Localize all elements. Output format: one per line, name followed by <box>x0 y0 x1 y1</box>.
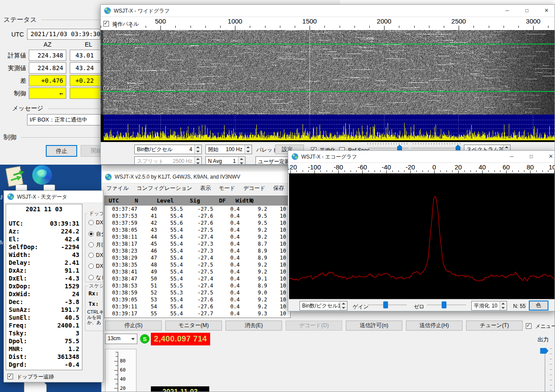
stop-rotor-button[interactable]: 停止 <box>46 145 77 157</box>
astro-titlebar[interactable]: WSJT-X - 天文データ <box>4 191 103 203</box>
echo-zero-slider[interactable] <box>427 301 466 309</box>
radio-icon[interactable] <box>89 231 94 237</box>
doppler-tracking-toggle[interactable]: ドップラー追跡 <box>7 372 54 381</box>
doppler-option[interactable]: DX <box>89 220 103 225</box>
table-row[interactable]: 03:39:17 55 55.4 -27.7 0.4 9.3 10 <box>105 310 290 317</box>
menu-item[interactable]: モード <box>215 183 239 193</box>
main-action-button[interactable]: 停止(S) <box>105 321 162 331</box>
output-slider-track[interactable] <box>545 348 545 392</box>
slider-handle[interactable] <box>442 301 446 308</box>
main-action-button[interactable]: 送信許可(n) <box>346 321 402 331</box>
table-row[interactable]: 03:39:11 54 55.4 -27.6 0.4 9.2 10 <box>105 303 290 310</box>
radio-icon[interactable] <box>89 253 94 258</box>
echograph-titlebar[interactable]: WSJT-X - エコーグラフ ─ □ ✕ <box>288 151 555 163</box>
output-slider-ticks <box>550 348 552 392</box>
waterfall[interactable]: 03:39 13cm 03:38 13cm <box>101 30 555 115</box>
table-row[interactable]: 03:38:53 51 55.5 -27.4 0.4 8.9 10 <box>105 282 290 289</box>
main-action-button[interactable]: モニター(M) <box>165 321 222 331</box>
radio-icon[interactable] <box>89 275 94 280</box>
color-button[interactable]: 色 <box>529 301 548 311</box>
cell-sig: -27.6 <box>190 296 221 303</box>
echo-axis-label: 20 <box>455 163 462 171</box>
main-action-button[interactable]: デコード(D) <box>286 321 342 331</box>
table-row[interactable]: 03:37:47 40 55.5 -27.5 0.4 9.2 10 <box>105 206 290 213</box>
menu-item[interactable]: デコード <box>239 183 269 193</box>
radio-icon[interactable] <box>89 264 94 269</box>
spinner-icon[interactable] <box>340 301 347 310</box>
menu-item[interactable]: 表示 <box>196 183 215 193</box>
decode-table[interactable]: UTCNLevelSigDFWidthQ 03:37:47 40 55.5 -2… <box>104 196 291 318</box>
meter-label: 40 <box>120 376 126 382</box>
doppler-option[interactable]: DX <box>89 252 103 258</box>
widegraph-titlebar[interactable]: WSJT-X - ワイドグラフ ─ □ ✕ <box>101 5 555 17</box>
minimize-button[interactable]: ─ <box>497 5 517 17</box>
echo-smooth-spinbox[interactable]: 平滑化10 <box>471 301 507 311</box>
status-row-label: 実測値 <box>0 62 27 74</box>
band-select[interactable]: 13cm <box>105 334 137 344</box>
doppler-option[interactable]: なし <box>89 274 103 280</box>
table-row[interactable]: 03:39:05 53 55.4 -27.6 0.4 9.2 10 <box>105 296 290 303</box>
cell-level: 55.4 <box>163 261 190 268</box>
maximize-button[interactable]: □ <box>517 5 537 17</box>
output-slider-handle[interactable] <box>540 348 548 354</box>
table-row[interactable]: 03:38:23 46 55.4 -27.3 0.4 8.9 10 <box>105 247 290 254</box>
main-action-button[interactable]: チューン(T) <box>466 321 523 331</box>
table-row[interactable]: 03:38:35 48 55.4 -27.5 0.4 9.2 10 <box>105 261 290 268</box>
slider-handle[interactable] <box>383 301 388 308</box>
spectrum-canvas[interactable] <box>101 115 555 142</box>
doppler-option[interactable]: DX <box>89 263 103 269</box>
table-header-cell: DF <box>209 196 235 206</box>
table-row[interactable]: 03:38:41 49 55.4 -27.5 0.4 9.2 10 <box>105 268 290 275</box>
echo-tick <box>327 170 327 172</box>
doppler-option[interactable]: 月面 <box>89 241 103 247</box>
astro-field: Tsky: 3 <box>9 329 79 337</box>
table-row[interactable]: 03:38:17 45 55.4 -27.3 0.4 8.7 10 <box>105 240 290 247</box>
cell-df: 0.4 <box>221 254 249 261</box>
scheduler-app-icon[interactable] <box>5 165 27 186</box>
spinner-icon[interactable] <box>194 157 201 165</box>
menu-toggle[interactable]: メニュー <box>526 322 555 330</box>
cell-df: 0.4 <box>221 268 249 275</box>
menu-checkbox[interactable] <box>526 323 531 329</box>
tx-label: Tx: <box>89 301 99 307</box>
radio-icon[interactable] <box>89 242 94 247</box>
menu-item[interactable]: 保存 <box>269 183 288 193</box>
table-row[interactable]: 03:38:29 47 55.4 -27.4 0.4 8.9 10 <box>105 254 290 261</box>
bins-per-pixel-spinbox[interactable]: Bin数/ピクセル4 <box>134 145 202 154</box>
echo-tick <box>536 170 537 172</box>
navg-spinbox[interactable]: N Avg1 <box>205 156 245 165</box>
astro-field-label: UTC: <box>9 220 24 227</box>
astro-window: WSJT-X - 天文データ 2021 11 03 UTC: 03:39:31 … <box>3 190 103 382</box>
maximize-button[interactable]: □ <box>521 151 541 162</box>
echo-bins-spinbox[interactable]: Bin数/ピクセル1 <box>300 301 347 311</box>
split-spinbox[interactable]: スプリット2500 Hz <box>134 156 202 165</box>
minimize-button[interactable]: ─ <box>502 151 521 162</box>
radio-icon[interactable] <box>89 220 94 225</box>
table-row[interactable]: 03:38:47 50 55.4 -27.4 0.4 9.1 10 <box>105 275 290 282</box>
menu-item[interactable]: ファイル <box>102 183 133 193</box>
start-freq-spinbox[interactable]: 開始100 Hz <box>205 145 252 154</box>
table-row[interactable]: 03:38:11 44 55.4 -27.4 0.4 9.2 10 <box>105 233 290 240</box>
spinner-icon[interactable] <box>500 301 507 310</box>
cell-width: 8.9 <box>249 282 276 289</box>
doppler-option-label: DX <box>96 220 103 226</box>
echo-gain-slider[interactable] <box>368 301 407 309</box>
zero-label: ゼロ <box>414 303 425 311</box>
spinner-icon[interactable] <box>238 157 245 165</box>
table-row[interactable]: 03:38:05 43 55.4 -27.5 0.4 9.2 10 <box>105 226 290 233</box>
table-row[interactable]: 03:37:59 42 55.6 -27.6 0.4 9.5 10 <box>105 220 290 226</box>
table-row[interactable]: 03:37:53 41 55.4 -27.6 0.4 9.5 10 <box>105 213 290 220</box>
main-action-button[interactable]: 送信停止(H) <box>406 321 463 331</box>
close-button[interactable]: ✕ <box>541 151 555 162</box>
waterfall-canvas[interactable] <box>101 30 555 115</box>
start-value: 100 Hz <box>226 146 242 152</box>
doppler-option[interactable]: 自分 <box>89 230 103 236</box>
main-action-button[interactable]: 消去(E) <box>225 321 282 331</box>
table-row[interactable]: 03:38:59 52 55.3 -27.5 0.4 9.0 10 <box>105 289 290 296</box>
doppler-tracking-checkbox[interactable] <box>7 374 13 379</box>
spinner-icon[interactable] <box>194 145 201 154</box>
menu-item[interactable]: コンフィグレーション <box>133 183 196 193</box>
echo-count: N: 55 <box>513 303 526 309</box>
spinner-icon[interactable] <box>245 145 252 154</box>
close-button[interactable]: ✕ <box>537 5 555 17</box>
